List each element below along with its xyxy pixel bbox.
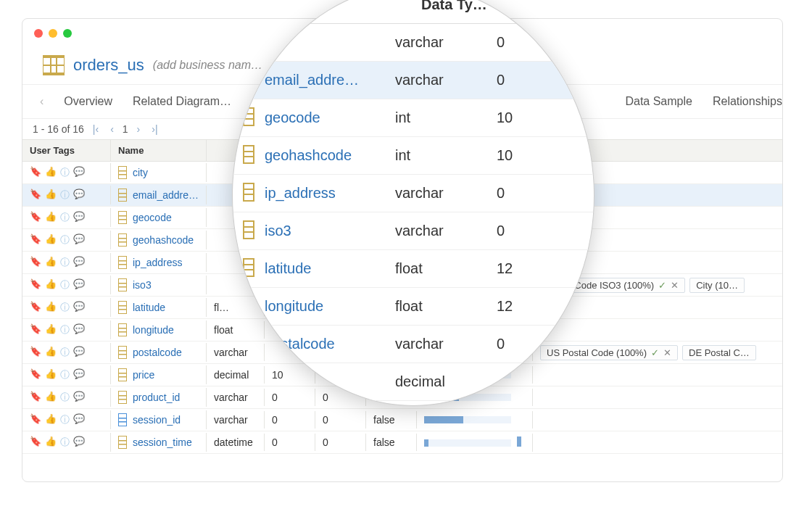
semantic-chip[interactable]: DE Postal C…	[682, 345, 756, 360]
column-name[interactable]: postalcode	[133, 347, 182, 358]
column-name[interactable]: city	[133, 167, 148, 178]
comment-icon[interactable]: 💬	[73, 413, 85, 426]
info-icon[interactable]: ⓘ	[60, 256, 70, 269]
info-icon[interactable]: ⓘ	[60, 346, 70, 359]
maximize-icon[interactable]	[63, 29, 72, 38]
column-name[interactable]: latitude	[133, 302, 165, 313]
thumbs-up-icon[interactable]: 👍	[45, 368, 57, 381]
comment-icon[interactable]: 💬	[73, 166, 85, 179]
pager-last-icon[interactable]: ›|	[149, 123, 160, 135]
comment-icon[interactable]: 💬	[73, 436, 85, 449]
comment-icon[interactable]: 💬	[73, 301, 85, 314]
thumbs-up-icon[interactable]: 👍	[45, 413, 57, 426]
info-icon[interactable]: ⓘ	[60, 166, 70, 179]
thumbs-up-icon[interactable]: 👍	[45, 436, 57, 449]
comment-icon[interactable]: 💬	[73, 233, 85, 247]
column-name[interactable]: geohashcode	[133, 234, 194, 246]
info-icon[interactable]: ⓘ	[60, 189, 70, 202]
bookmark-icon[interactable]: 🔖	[30, 256, 41, 269]
comment-icon[interactable]: 💬	[73, 346, 85, 359]
pager-first-icon[interactable]: |‹	[90, 123, 102, 135]
tab-prev-icon[interactable]: ‹	[40, 95, 44, 108]
info-icon[interactable]: ⓘ	[60, 391, 70, 404]
table-row[interactable]: 🔖 👍 ⓘ 💬 session_id varchar 0 0 false	[22, 409, 782, 431]
column-name[interactable]: iso3	[133, 279, 152, 291]
tab-data-sample[interactable]: Data Sample	[625, 95, 692, 108]
header-name[interactable]: Name	[111, 140, 207, 161]
comment-icon[interactable]: 💬	[73, 211, 85, 224]
comment-icon[interactable]: 💬	[73, 278, 85, 291]
pager-prev-icon[interactable]: ‹	[107, 123, 117, 135]
thumbs-up-icon[interactable]: 👍	[45, 278, 57, 291]
tab-relationships[interactable]: Relationships	[713, 95, 782, 108]
comment-icon[interactable]: 💬	[73, 391, 85, 404]
info-icon[interactable]: ⓘ	[60, 368, 70, 381]
comment-icon[interactable]: 💬	[73, 256, 85, 269]
thumbs-up-icon[interactable]: 👍	[45, 189, 57, 202]
comment-icon[interactable]: 💬	[73, 323, 85, 336]
info-icon[interactable]: ⓘ	[60, 436, 70, 449]
close-icon[interactable]: ✕	[671, 280, 679, 291]
bookmark-icon[interactable]: 🔖	[30, 413, 41, 426]
row-tag-icons[interactable]: 🔖 👍 ⓘ 💬	[30, 368, 103, 381]
pager-next-icon[interactable]: ›	[134, 123, 144, 135]
header-user-tags[interactable]: User Tags	[22, 140, 111, 161]
tab-overview[interactable]: Overview	[64, 95, 112, 108]
comment-icon[interactable]: 💬	[73, 189, 85, 202]
bookmark-icon[interactable]: 🔖	[30, 233, 41, 247]
column-name[interactable]: geocode	[133, 212, 172, 223]
check-icon[interactable]: ✓	[658, 280, 666, 291]
row-tag-icons[interactable]: 🔖 👍 ⓘ 💬	[30, 211, 103, 224]
bookmark-icon[interactable]: 🔖	[30, 368, 41, 381]
semantic-chip[interactable]: City (10…	[689, 278, 745, 293]
info-icon[interactable]: ⓘ	[60, 233, 70, 247]
info-icon[interactable]: ⓘ	[60, 301, 70, 314]
row-tag-icons[interactable]: 🔖 👍 ⓘ 💬	[30, 166, 103, 179]
bookmark-icon[interactable]: 🔖	[30, 166, 41, 179]
bookmark-icon[interactable]: 🔖	[30, 436, 41, 449]
column-name[interactable]: price	[133, 369, 154, 381]
thumbs-up-icon[interactable]: 👍	[45, 323, 57, 336]
bookmark-icon[interactable]: 🔖	[30, 391, 41, 404]
column-name[interactable]: session_id	[133, 414, 181, 426]
bookmark-icon[interactable]: 🔖	[30, 346, 41, 359]
row-tag-icons[interactable]: 🔖 👍 ⓘ 💬	[30, 436, 103, 449]
thumbs-up-icon[interactable]: 👍	[45, 346, 57, 359]
minimize-icon[interactable]	[49, 29, 57, 38]
info-icon[interactable]: ⓘ	[60, 413, 70, 426]
row-tag-icons[interactable]: 🔖 👍 ⓘ 💬	[30, 189, 103, 202]
close-icon[interactable]: ✕	[663, 347, 671, 358]
thumbs-up-icon[interactable]: 👍	[45, 256, 57, 269]
tab-related-diagrams[interactable]: Related Diagram…	[133, 95, 231, 108]
table-row[interactable]: 🔖 👍 ⓘ 💬 session_time datetime 0 0 false	[22, 431, 782, 454]
thumbs-up-icon[interactable]: 👍	[45, 233, 57, 247]
column-name[interactable]: product_id	[133, 392, 180, 403]
thumbs-up-icon[interactable]: 👍	[45, 301, 57, 314]
bookmark-icon[interactable]: 🔖	[30, 301, 41, 314]
thumbs-up-icon[interactable]: 👍	[45, 391, 57, 404]
bookmark-icon[interactable]: 🔖	[30, 323, 41, 336]
info-icon[interactable]: ⓘ	[60, 278, 70, 291]
semantic-chip[interactable]: US Postal Code (100%) ✓ ✕	[540, 345, 678, 360]
row-tag-icons[interactable]: 🔖 👍 ⓘ 💬	[30, 278, 103, 291]
info-icon[interactable]: ⓘ	[60, 211, 70, 224]
row-tag-icons[interactable]: 🔖 👍 ⓘ 💬	[30, 301, 103, 314]
thumbs-up-icon[interactable]: 👍	[45, 166, 57, 179]
check-icon[interactable]: ✓	[651, 347, 659, 358]
bookmark-icon[interactable]: 🔖	[30, 211, 41, 224]
row-tag-icons[interactable]: 🔖 👍 ⓘ 💬	[30, 346, 103, 359]
comment-icon[interactable]: 💬	[73, 368, 85, 381]
column-name[interactable]: ip_address	[133, 257, 183, 268]
row-tag-icons[interactable]: 🔖 👍 ⓘ 💬	[30, 323, 103, 336]
column-name[interactable]: email_addre…	[133, 189, 199, 201]
business-name-hint[interactable]: (add business nam…	[153, 59, 262, 72]
bookmark-icon[interactable]: 🔖	[30, 278, 41, 291]
row-tag-icons[interactable]: 🔖 👍 ⓘ 💬	[30, 256, 103, 269]
close-icon[interactable]	[34, 29, 43, 38]
row-tag-icons[interactable]: 🔖 👍 ⓘ 💬	[30, 391, 103, 404]
row-tag-icons[interactable]: 🔖 👍 ⓘ 💬	[30, 233, 103, 247]
thumbs-up-icon[interactable]: 👍	[45, 211, 57, 224]
column-name[interactable]: session_time	[133, 436, 192, 448]
column-name[interactable]: longitude	[133, 324, 174, 336]
info-icon[interactable]: ⓘ	[60, 323, 70, 336]
